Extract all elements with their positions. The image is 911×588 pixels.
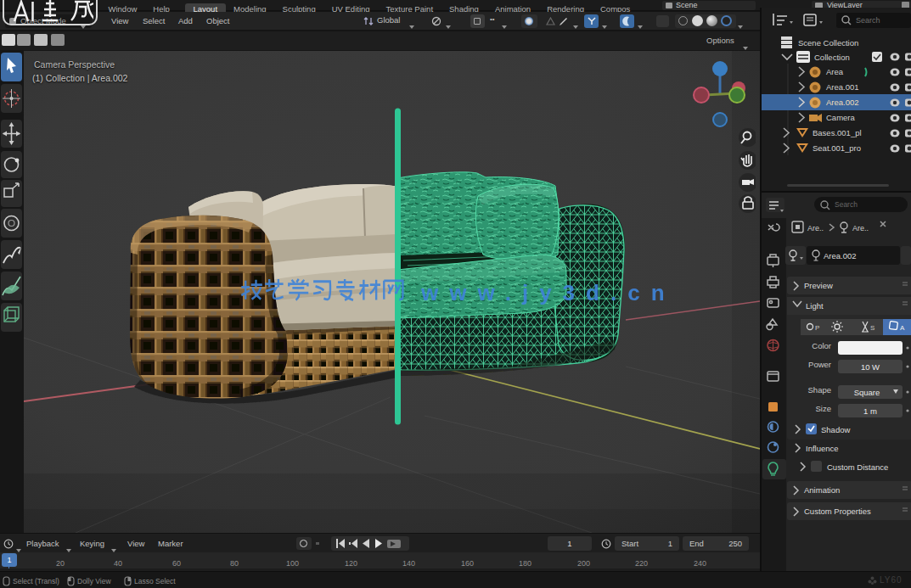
- svg-text:Power: Power: [808, 360, 831, 369]
- svg-text:Influence: Influence: [806, 444, 839, 453]
- svg-text:Size: Size: [816, 404, 831, 413]
- svg-text:Scene Collection: Scene Collection: [798, 38, 858, 48]
- svg-text:Are..: Are..: [852, 224, 869, 232]
- svg-text:Animation: Animation: [804, 485, 840, 495]
- svg-text:Area.002: Area.002: [824, 251, 857, 260]
- svg-text:A: A: [900, 324, 905, 332]
- svg-text:Area.001: Area.001: [826, 82, 859, 92]
- svg-text:Seat.001_pro: Seat.001_pro: [813, 143, 861, 153]
- svg-text:Are..: Are..: [807, 224, 824, 232]
- svg-text:P: P: [815, 324, 819, 332]
- svg-text:Area: Area: [826, 67, 844, 76]
- svg-text:Bases.001_pl: Bases.001_pl: [813, 128, 862, 137]
- svg-text:Custom Distance: Custom Distance: [827, 462, 888, 472]
- svg-text:1 m: 1 m: [863, 406, 877, 416]
- svg-text:Shadow: Shadow: [821, 425, 850, 434]
- svg-text:10 W: 10 W: [861, 362, 880, 372]
- svg-text:Camera: Camera: [826, 113, 856, 122]
- svg-text:Preview: Preview: [804, 281, 833, 290]
- svg-text:Search: Search: [856, 16, 880, 25]
- svg-text:Square: Square: [854, 388, 880, 397]
- svg-text:Color: Color: [812, 341, 831, 350]
- svg-text:Collection: Collection: [814, 53, 850, 62]
- svg-text:Area.002: Area.002: [826, 98, 859, 107]
- svg-text:Search: Search: [835, 200, 858, 209]
- svg-text:S: S: [870, 324, 874, 332]
- svg-text:Light: Light: [806, 301, 824, 311]
- svg-text:Lasso Select: Lasso Select: [134, 577, 176, 585]
- svg-text:www.jy3d.cn: www.jy3d.cn: [420, 280, 676, 305]
- svg-text:Dolly View: Dolly View: [77, 577, 111, 585]
- svg-text:Select (Transl): Select (Transl): [13, 577, 59, 585]
- svg-text:Custom Properties: Custom Properties: [804, 507, 871, 516]
- svg-text:Shape: Shape: [808, 385, 831, 395]
